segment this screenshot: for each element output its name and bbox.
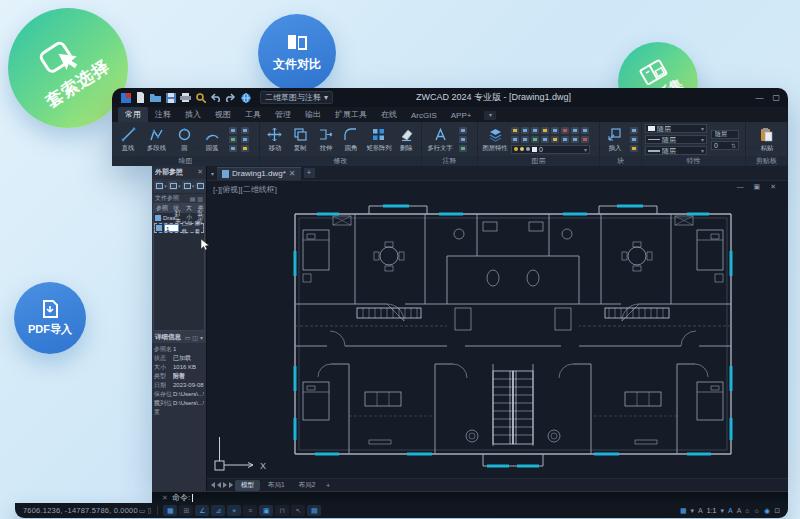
xref-rename-input[interactable]: 1	[164, 224, 179, 232]
insert-block-tool[interactable]: 插入	[603, 127, 626, 153]
tab-arcgis[interactable]: ArcGIS	[404, 109, 444, 122]
app-logo-icon[interactable]	[120, 92, 131, 103]
doc-list-caret-icon[interactable]: ▾	[211, 170, 214, 177]
stretch-tool[interactable]: 拉伸	[314, 127, 337, 153]
tab-insert[interactable]: 插入	[178, 107, 208, 122]
model-grid-icon[interactable]: ▦	[680, 507, 687, 515]
polyline-tool[interactable]: 多段线	[143, 127, 169, 153]
tab-view[interactable]: 视图	[208, 107, 238, 122]
linetype-dropdown[interactable]: 随层 ▾	[645, 135, 707, 144]
annotation-icon[interactable]: A	[698, 507, 703, 514]
new-file-icon[interactable]	[135, 92, 146, 103]
tab-layout2[interactable]: 布局2	[293, 480, 322, 491]
maximize-button[interactable]: ▢	[772, 93, 780, 102]
tab-layout1[interactable]: 布局1	[262, 480, 291, 491]
move-tool[interactable]: 移动	[263, 127, 286, 153]
viewport-controls[interactable]: [-][俯视][二维线框]	[213, 184, 277, 195]
attach-dwg-icon[interactable]: ▾	[154, 181, 163, 190]
add-layout-icon[interactable]: +	[323, 482, 333, 489]
toggle-polar[interactable]: ⊿	[211, 505, 225, 516]
plotstyle-dropdown[interactable]: 随层	[711, 130, 739, 139]
close-icon[interactable]: ✕	[197, 168, 203, 176]
list-view-icon[interactable]: ▤	[190, 195, 196, 202]
tab-tools[interactable]: 工具	[238, 107, 268, 122]
panel-label-annotate[interactable]: 注释	[422, 156, 477, 166]
line-tool[interactable]: 直线	[115, 127, 141, 153]
toggle-osnap[interactable]: ⌖	[227, 505, 241, 516]
panel-label-modify[interactable]: 修改	[260, 156, 421, 166]
panel-label-properties[interactable]: 特性	[642, 156, 745, 166]
tab-annotate[interactable]: 注释	[148, 107, 178, 122]
undo-icon[interactable]	[210, 92, 221, 103]
fillet-tool[interactable]: 圆角	[339, 127, 362, 153]
draw-more-tools[interactable]	[241, 127, 249, 152]
color-dropdown[interactable]: 随层 ▾	[645, 124, 707, 133]
refresh-icon[interactable]	[195, 181, 204, 190]
circle-tool[interactable]: 圆	[171, 127, 197, 153]
erase-tool[interactable]: 删除	[395, 127, 418, 153]
save-icon[interactable]	[165, 92, 176, 103]
canvas-window-buttons[interactable]: — ▣ ✕	[737, 183, 780, 191]
plot-icon[interactable]	[180, 92, 191, 103]
tab-express[interactable]: 扩展工具	[328, 107, 374, 122]
xref-row-renaming[interactable]: 1 已加载 附着	[154, 223, 204, 233]
online-globe-icon[interactable]	[240, 92, 251, 103]
next-tab-icon[interactable]	[223, 482, 227, 488]
panel-label-draw[interactable]: 绘图	[112, 156, 259, 166]
tab-app[interactable]: APP+	[444, 109, 479, 122]
toggle-cursor[interactable]: ↖	[291, 505, 305, 516]
chevron-down-icon[interactable]: ▾	[721, 507, 725, 515]
ribbon-collapse-icon[interactable]: ▾	[484, 111, 496, 120]
first-tab-icon[interactable]	[211, 482, 215, 488]
redo-icon[interactable]	[225, 92, 236, 103]
details-view-icon[interactable]: ▭	[185, 334, 191, 341]
toggle-transparency[interactable]: ⊓	[275, 505, 289, 516]
layer-properties-tool[interactable]: 图层特性	[481, 127, 509, 153]
toggle-dyn[interactable]: ▤	[307, 505, 321, 516]
mtext-tool[interactable]: 多行文字	[425, 127, 455, 153]
toggle-ortho[interactable]: ∠	[195, 505, 209, 516]
command-line[interactable]: ✕ 命令:	[152, 491, 788, 503]
drawing-canvas[interactable]: ▾ Drawing1.dwg* ✕ + [-][俯视][二维线框] — ▣ ✕	[207, 166, 788, 491]
col-name[interactable]: 参照名	[154, 204, 171, 213]
toggle-grid[interactable]: ▦	[163, 505, 177, 516]
panel-label-clipboard[interactable]: 剪贴板	[746, 156, 787, 166]
tree-view-icon[interactable]: ▥	[197, 195, 203, 202]
prev-tab-icon[interactable]	[217, 482, 221, 488]
paste-tool[interactable]: 粘贴	[754, 127, 780, 153]
last-tab-icon[interactable]	[229, 482, 233, 488]
tab-online[interactable]: 在线	[374, 107, 404, 122]
toggle-snap[interactable]: ⊞	[179, 505, 193, 516]
layer-dropdown[interactable]: 0 ▾	[511, 145, 590, 154]
attach-pdf-icon[interactable]: ▾	[182, 181, 191, 190]
annotate-more-tools[interactable]	[459, 127, 467, 152]
tab-output[interactable]: 输出	[298, 107, 328, 122]
close-tab-icon[interactable]: ✕	[289, 169, 296, 178]
tab-manage[interactable]: 管理	[268, 107, 298, 122]
toggle-otrack[interactable]: ≡	[243, 505, 257, 516]
block-more-tools[interactable]	[630, 127, 638, 152]
copy-tool[interactable]: 复制	[288, 127, 311, 153]
tab-home[interactable]: 常用	[118, 107, 148, 122]
chevron-down-icon[interactable]: ▾	[691, 507, 695, 515]
transparency-field[interactable]: 0 ⇅	[711, 141, 739, 150]
new-document-icon[interactable]: +	[304, 168, 315, 178]
document-tab[interactable]: Drawing1.dwg* ✕	[217, 167, 301, 180]
collapse-icon[interactable]: ▾	[200, 334, 203, 341]
annotation-visibility-icon[interactable]: A	[728, 507, 733, 514]
annotation-scale[interactable]: 1:1	[707, 507, 717, 514]
attach-image-icon[interactable]: ▾	[168, 181, 177, 190]
arc-tool[interactable]: 圆弧	[199, 127, 225, 153]
paper-space-icon[interactable]: ▯	[147, 507, 151, 515]
layer-tools-grid[interactable]: 0 ▾	[511, 127, 590, 153]
hardware-accel-icon[interactable]: ◉	[764, 507, 770, 515]
preview-toggle-icon[interactable]: ◫	[192, 334, 198, 341]
isolate-icon[interactable]: ☼	[754, 507, 760, 514]
lineweight-dropdown[interactable]: 随层 ▾	[645, 146, 707, 155]
panel-label-block[interactable]: 块	[600, 156, 641, 166]
workspace-switch-icon[interactable]: ⌂	[745, 507, 749, 514]
draw-more-tools[interactable]	[229, 127, 237, 152]
model-space-icon[interactable]: ▭	[139, 507, 146, 515]
toggle-lwt[interactable]: ▣	[259, 505, 273, 516]
minimize-button[interactable]: —	[755, 93, 763, 102]
